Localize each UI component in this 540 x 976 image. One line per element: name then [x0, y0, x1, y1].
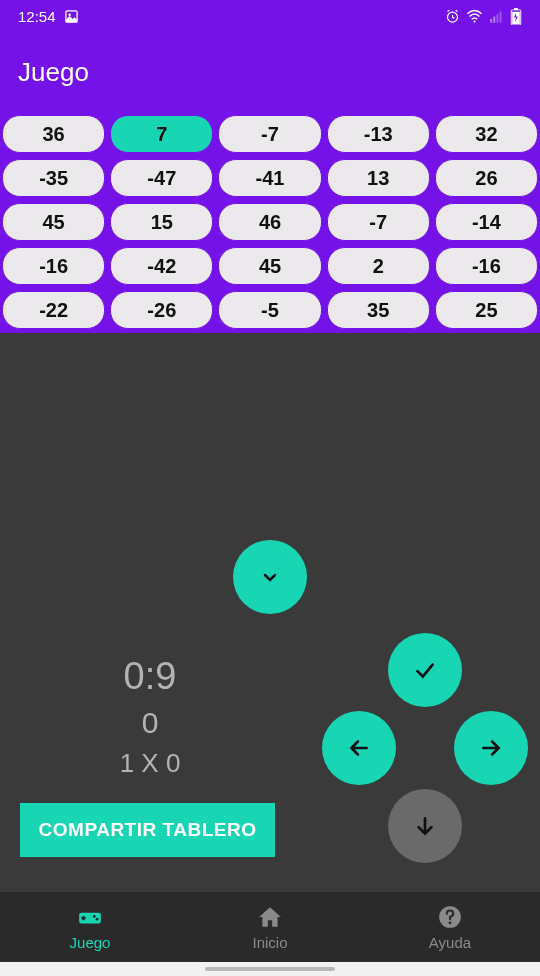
grid-cell[interactable]: 13 [327, 159, 430, 197]
grid-cell[interactable]: -35 [2, 159, 105, 197]
svg-rect-4 [490, 19, 492, 23]
grid-row: 367-7-1332 [0, 115, 540, 153]
home-icon [257, 904, 283, 930]
grid-cell[interactable]: 35 [327, 291, 430, 329]
nav-label: Ayuda [429, 934, 471, 951]
confirm-button[interactable] [388, 633, 462, 707]
svg-rect-13 [81, 917, 85, 919]
svg-point-3 [473, 20, 475, 22]
arrow-left-icon [346, 735, 372, 761]
status-bar: 12:54 [0, 0, 540, 32]
svg-point-14 [93, 915, 96, 918]
picture-icon [64, 9, 79, 24]
grid-cell[interactable]: 45 [2, 203, 105, 241]
system-nav-bar [0, 962, 540, 976]
grid-cell[interactable]: -13 [327, 115, 430, 153]
grid-cell[interactable]: 25 [435, 291, 538, 329]
signal-icon [489, 9, 504, 24]
app-title: Juego [18, 57, 89, 88]
svg-point-1 [68, 13, 71, 16]
grid-cell[interactable]: -16 [435, 247, 538, 285]
dpad [318, 633, 533, 863]
arrow-down-icon [412, 813, 438, 839]
svg-rect-9 [514, 8, 518, 10]
bottom-nav: JuegoInicioAyuda [0, 892, 540, 962]
drop-button[interactable] [233, 540, 307, 614]
grid-cell[interactable]: -41 [218, 159, 321, 197]
wifi-icon [466, 8, 483, 25]
timer: 0:9 [20, 655, 280, 698]
svg-point-17 [449, 921, 452, 924]
grid-cell[interactable]: -7 [327, 203, 430, 241]
grid-cell[interactable]: 46 [218, 203, 321, 241]
arrow-right-icon [478, 735, 504, 761]
down-button[interactable] [388, 789, 462, 863]
nav-item-inicio[interactable]: Inicio [180, 892, 360, 962]
right-button[interactable] [454, 711, 528, 785]
grid-cell[interactable]: -5 [218, 291, 321, 329]
svg-point-15 [96, 917, 99, 920]
svg-rect-6 [497, 14, 499, 23]
grid-cell[interactable]: 45 [218, 247, 321, 285]
grid-cell[interactable]: -16 [2, 247, 105, 285]
grid-cell[interactable]: -14 [435, 203, 538, 241]
grid-cell[interactable]: 32 [435, 115, 538, 153]
nav-label: Inicio [252, 934, 287, 951]
number-grid: 367-7-1332-35-47-411326451546-7-14-16-42… [0, 112, 540, 333]
grid-row: -35-47-411326 [0, 159, 540, 197]
nav-handle[interactable] [205, 967, 335, 971]
nav-label: Juego [70, 934, 111, 951]
grid-cell[interactable]: 7 [110, 115, 213, 153]
grid-row: -22-26-53525 [0, 291, 540, 329]
status-time: 12:54 [18, 8, 56, 25]
app-bar: Juego [0, 32, 540, 112]
grid-cell[interactable]: -26 [110, 291, 213, 329]
battery-icon [510, 8, 522, 25]
grid-cell[interactable]: 36 [2, 115, 105, 153]
share-board-button[interactable]: COMPARTIR TABLERO [20, 803, 275, 857]
gamepad-icon [77, 904, 103, 930]
left-button[interactable] [322, 711, 396, 785]
grid-cell[interactable]: -42 [110, 247, 213, 285]
nav-item-juego[interactable]: Juego [0, 892, 180, 962]
alarm-icon [445, 9, 460, 24]
info-column: 0:9 0 1 X 0 [20, 655, 280, 779]
grid-row: -16-42452-16 [0, 247, 540, 285]
grid-cell[interactable]: 26 [435, 159, 538, 197]
share-label: COMPARTIR TABLERO [39, 819, 257, 841]
svg-rect-5 [493, 16, 495, 22]
multiplier: 1 X 0 [20, 748, 280, 779]
svg-rect-7 [500, 11, 502, 22]
score: 0 [20, 706, 280, 740]
grid-cell[interactable]: -22 [2, 291, 105, 329]
chevron-down-icon [258, 565, 282, 589]
check-icon [412, 657, 438, 683]
nav-item-ayuda[interactable]: Ayuda [360, 892, 540, 962]
grid-cell[interactable]: 2 [327, 247, 430, 285]
grid-cell[interactable]: 15 [110, 203, 213, 241]
grid-cell[interactable]: -47 [110, 159, 213, 197]
help-icon [437, 904, 463, 930]
grid-cell[interactable]: -7 [218, 115, 321, 153]
grid-row: 451546-7-14 [0, 203, 540, 241]
